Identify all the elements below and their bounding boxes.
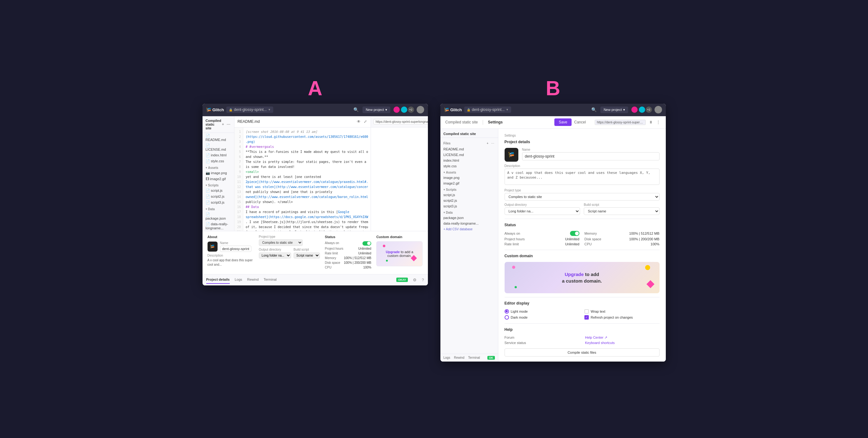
b-sidebar-image-gif[interactable]: image2.gif	[440, 180, 498, 186]
keyboard-shortcuts-link[interactable]: Keyboard shortcuts	[585, 341, 659, 345]
lock-icon-a: 🔒	[229, 108, 232, 112]
sidebar-file-image-gif[interactable]: 🎞 image2.gif	[203, 176, 234, 182]
editor-filename-a[interactable]: README.md	[238, 119, 260, 124]
topbar-b: 🎏 Glitch 🔒 dent-glossy-sprint... ▼ 🔍 New…	[440, 104, 666, 116]
sidebar-file-package[interactable]: 📄 package.json	[203, 211, 234, 221]
b-sidebar-script1[interactable]: script.js	[440, 192, 498, 198]
output-build-row-b: Output directory Long folder na... Build…	[504, 203, 659, 215]
project-name-bar-a[interactable]: 🔒 dent-glossy-sprint... ▼	[226, 107, 273, 113]
output-dir-select-a[interactable]: Long folder na...	[259, 253, 291, 259]
b-sidebar-script3[interactable]: script3.js	[440, 203, 498, 209]
b-desc-textarea[interactable]: A v cool app that does this super cool a…	[504, 169, 659, 185]
sidebar-file-script3[interactable]: 📄 script3.js	[203, 200, 234, 206]
search-button-a[interactable]: 🔍	[352, 106, 360, 113]
rate-limit-value-a: Unlimited	[358, 252, 371, 255]
compile-btn[interactable]: Compile static files	[504, 348, 659, 356]
editor-expand-btn[interactable]: ⤢	[363, 119, 368, 124]
editor-eye-btn[interactable]: 👁	[356, 119, 361, 124]
b-logs-tab[interactable]: Logs	[443, 356, 451, 359]
project-name-bar-b[interactable]: 🔒 dent-glossy-sprint... ▼	[464, 107, 511, 113]
build-script-select-a[interactable]: Script name	[293, 253, 320, 259]
upgrade-link-a[interactable]: Upgrade	[386, 250, 400, 254]
b-upgrade-link[interactable]: Upgrade	[565, 272, 584, 277]
b-sidebar-index[interactable]: index.html	[440, 157, 498, 163]
b-always-on-row: Always on	[504, 231, 580, 236]
sidebar-add-btn[interactable]: +	[221, 122, 225, 127]
sidebar-file-style[interactable]: 📄 style.css	[203, 158, 234, 164]
tab-rewind-a[interactable]: Rewind	[247, 276, 259, 284]
b-sidebar-data[interactable]: ▾ Data	[440, 209, 498, 215]
window-b-content: Compiled static site Files + ⋯ README.md…	[440, 129, 666, 361]
disk-value-a: 100% | 200/200 MB	[344, 261, 372, 264]
sidebar-scripts-section[interactable]: ▾ Scripts	[203, 182, 234, 188]
wrap-text-checkbox[interactable]	[584, 309, 589, 314]
user-avatar-a[interactable]	[416, 106, 424, 113]
b-terminal-tab[interactable]: Terminal	[468, 356, 480, 359]
cancel-button-b[interactable]: Cancel	[574, 120, 586, 124]
help-center-link[interactable]: Help Center ↗	[585, 335, 659, 340]
cpu-row: CPU 100%	[325, 266, 371, 269]
b-output-dir-select[interactable]: Long folder na...	[504, 207, 580, 215]
tab-logs-a[interactable]: Logs	[235, 276, 242, 284]
b-sidebar-readme[interactable]: README.md	[440, 146, 498, 152]
sidebar-file-image-png[interactable]: 📷 image.png	[203, 170, 234, 176]
avatar-group-a: +2	[393, 106, 414, 113]
b-rate-limit-row: Rate limit Unlimited	[504, 242, 580, 246]
avatar-pink-a	[393, 106, 400, 113]
sidebar-file-data[interactable]: 📄 data-really-longname...	[203, 221, 234, 231]
sidebar-file-readme[interactable]: 📄 README.md	[203, 133, 234, 143]
tab-project-details[interactable]: Project details	[206, 276, 230, 284]
b-proj-type-select[interactable]: Compiles to static site	[504, 193, 659, 201]
sidebar-data-section[interactable]: ▾ Data	[203, 206, 234, 211]
window-a: 🎏 Glitch 🔒 dent-glossy-sprint... ▼ 🔍 New…	[203, 104, 428, 285]
always-on-toggle-a[interactable]	[363, 241, 371, 245]
b-sidebar-license[interactable]: LICENSE.md	[440, 152, 498, 157]
b-build-script-select[interactable]: Script name	[584, 207, 659, 215]
b-files-add-btn[interactable]: +	[486, 141, 489, 146]
b-proj-name-input[interactable]	[522, 152, 659, 160]
b-files-more-btn[interactable]: ⋯	[491, 141, 495, 146]
b-upgrade-text: Upgrade to adda custom domain.	[562, 271, 602, 284]
b-sidebar-scripts[interactable]: ▾ Scripts	[440, 186, 498, 192]
b-compiled-tab[interactable]: Compiled static site	[445, 120, 478, 124]
b-pause-btn[interactable]: ⏸	[648, 119, 653, 125]
b-always-on-toggle[interactable]	[570, 231, 580, 236]
b-settings-tab[interactable]: Settings	[488, 120, 503, 124]
sidebar-file-script1[interactable]: 📄 script.js	[203, 188, 234, 194]
b-sidebar-image-png[interactable]: image.png	[440, 175, 498, 180]
status-section-a: Status Always on Project hours Unlimited	[325, 235, 371, 270]
new-project-chevron-a: ▾	[385, 108, 387, 112]
footer-gear-btn-a[interactable]: ⚙	[413, 278, 416, 282]
save-button-b[interactable]: Save	[554, 118, 571, 126]
lock-icon-b: 🔒	[467, 108, 470, 112]
b-rewind-tab[interactable]: Rewind	[454, 356, 464, 359]
project-type-section: Project type Compiles to static site Out…	[259, 235, 320, 270]
light-mode-radio[interactable]	[504, 309, 509, 314]
b-sidebar-files-section[interactable]: Files + ⋯	[440, 139, 498, 146]
sidebar-file-license[interactable]: 📄 LICENSE.md	[203, 143, 234, 152]
tab-terminal-a[interactable]: Terminal	[264, 276, 277, 284]
b-sidebar-style[interactable]: style.css	[440, 163, 498, 169]
proj-name-input-a[interactable]	[220, 245, 251, 252]
refresh-checkbox[interactable]: ✓	[584, 315, 589, 320]
b-sidebar-script2[interactable]: script2.js	[440, 198, 498, 203]
b-add-csv-btn[interactable]: + Add CSV database	[440, 226, 498, 232]
b-sidebar-package[interactable]: package.json	[440, 215, 498, 221]
sidebar-more-btn[interactable]: ⋯	[226, 122, 231, 127]
new-project-button-b[interactable]: New project ▾	[600, 107, 628, 113]
b-sidebar-data-file[interactable]: data-really-longname...	[440, 221, 498, 226]
user-avatar-b[interactable]	[654, 106, 662, 113]
new-project-button-a[interactable]: New project ▾	[363, 107, 390, 113]
sidebar-file-index[interactable]: 📄 index.html	[203, 152, 234, 158]
footer-help-btn-a[interactable]: ?	[422, 278, 424, 282]
dark-mode-radio[interactable]	[504, 315, 509, 320]
b-toggle-circle	[575, 232, 579, 235]
sidebar-file-script2[interactable]: 📄 script2.js	[203, 194, 234, 200]
proj-type-select-a[interactable]: Compiles to static site	[259, 239, 303, 246]
b-more-btn[interactable]: ⋮	[656, 119, 661, 125]
b-build-script-label: Build script	[584, 203, 659, 206]
about-title: About	[208, 235, 254, 239]
sidebar-assets-section[interactable]: ▾ Assets	[203, 164, 234, 170]
search-button-b[interactable]: 🔍	[590, 106, 598, 113]
b-sidebar-assets[interactable]: ▾ Assets	[440, 169, 498, 175]
